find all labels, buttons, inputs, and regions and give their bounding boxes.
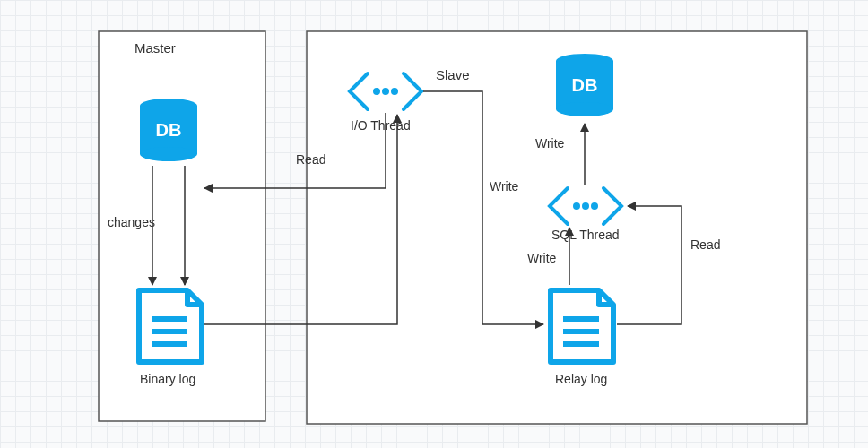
svg-point-18: [591, 202, 598, 210]
svg-point-15: [391, 88, 398, 95]
slave-db-label: DB: [572, 75, 598, 95]
write-db-label: Write: [535, 136, 564, 151]
master-db-label: DB: [156, 120, 182, 140]
master-title: Master: [135, 40, 176, 56]
svg-point-17: [582, 202, 589, 210]
svg-point-2: [140, 147, 197, 161]
slave-db-icon: DB: [556, 54, 613, 116]
relay-log-icon: [551, 290, 613, 362]
master-db-icon: DB: [140, 99, 197, 161]
svg-point-6: [556, 102, 613, 116]
write-sql-label: Write: [527, 251, 556, 265]
io-thread-label: I/O Thread: [351, 118, 411, 133]
binary-log-label: Binary log: [140, 372, 195, 386]
svg-point-14: [382, 88, 389, 95]
relay-log-label: Relay log: [555, 372, 607, 386]
write-relay-label: Write: [490, 179, 518, 194]
slave-title: Slave: [436, 67, 470, 82]
svg-point-13: [373, 88, 380, 95]
svg-point-16: [573, 202, 580, 210]
binary-log-icon: [139, 290, 202, 362]
read-master-label: Read: [296, 152, 326, 167]
read-relay-label: Read: [690, 237, 720, 252]
changes-label: changes: [108, 215, 155, 229]
sql-thread-label: SQL Thread: [551, 228, 620, 242]
